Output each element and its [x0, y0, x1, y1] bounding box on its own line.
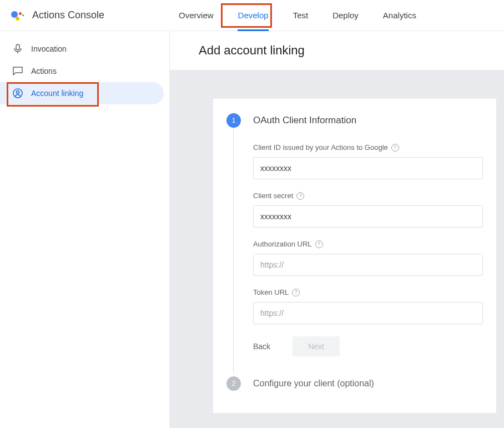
- next-button: Next: [293, 336, 340, 356]
- top-tabs: Overview Develop Test Deploy Analytics: [167, 0, 429, 31]
- form-actions: Back Next: [253, 336, 483, 356]
- client-id-input[interactable]: [253, 157, 483, 179]
- client-secret-field-group: Client secret ?: [253, 192, 483, 228]
- client-secret-input[interactable]: [253, 205, 483, 228]
- token-url-field-group: Token URL ?: [253, 288, 483, 324]
- client-id-field-group: Client ID issued by your Actions to Goog…: [253, 143, 483, 179]
- tab-develop[interactable]: Develop: [226, 0, 281, 31]
- tab-overview[interactable]: Overview: [167, 0, 226, 31]
- sidebar-item-actions[interactable]: Actions: [0, 60, 164, 82]
- app-header: Actions Console Overview Develop Test De…: [0, 0, 504, 31]
- step-connector-line: [233, 128, 234, 373]
- step-1-header: 1 OAuth Client Information: [226, 113, 483, 128]
- sidebar: Invocation Actions Account linking: [0, 31, 170, 428]
- back-button[interactable]: Back: [253, 342, 270, 351]
- chat-icon: [12, 66, 23, 77]
- microphone-icon: [12, 43, 23, 54]
- client-id-label: Client ID issued by your Actions to Goog…: [253, 143, 483, 152]
- tab-test[interactable]: Test: [281, 0, 321, 31]
- app-title: Actions Console: [32, 9, 104, 21]
- assistant-logo-icon: [11, 9, 24, 22]
- client-secret-label: Client secret ?: [253, 192, 483, 200]
- app-logo[interactable]: Actions Console: [11, 9, 104, 22]
- help-icon[interactable]: ?: [296, 192, 304, 200]
- token-url-input[interactable]: [253, 302, 483, 324]
- step-1-title: OAuth Client Information: [253, 115, 356, 126]
- sidebar-item-label: Actions: [31, 67, 57, 75]
- sidebar-item-label: Account linking: [31, 89, 83, 98]
- tab-deploy[interactable]: Deploy: [320, 0, 371, 31]
- user-circle-icon: [12, 88, 23, 99]
- step-2-badge: 2: [226, 376, 241, 391]
- step-1-badge: 1: [226, 113, 241, 128]
- svg-point-3: [17, 91, 19, 94]
- sidebar-item-account-linking[interactable]: Account linking: [0, 82, 164, 104]
- step-2-header: 2 Configure your client (optional): [226, 376, 483, 391]
- help-icon[interactable]: ?: [391, 144, 399, 152]
- tab-analytics[interactable]: Analytics: [371, 0, 429, 31]
- token-url-label: Token URL ?: [253, 288, 483, 296]
- auth-url-field-group: Authorization URL ?: [253, 240, 483, 276]
- step-2-title: Configure your client (optional): [253, 379, 374, 389]
- sidebar-item-invocation[interactable]: Invocation: [0, 38, 164, 60]
- main-content: Add account linking 1 OAuth Client Infor…: [170, 31, 504, 428]
- oauth-card: 1 OAuth Client Information Client ID iss…: [213, 99, 496, 413]
- help-icon[interactable]: ?: [315, 240, 323, 248]
- page-title: Add account linking: [170, 31, 504, 70]
- main-body: 1 OAuth Client Information Client ID iss…: [170, 70, 504, 428]
- auth-url-label: Authorization URL ?: [253, 240, 483, 248]
- svg-rect-0: [16, 44, 19, 50]
- auth-url-input[interactable]: [253, 254, 483, 276]
- help-icon[interactable]: ?: [292, 289, 300, 296]
- oauth-form: Client ID issued by your Actions to Goog…: [253, 143, 483, 356]
- sidebar-item-label: Invocation: [31, 44, 67, 53]
